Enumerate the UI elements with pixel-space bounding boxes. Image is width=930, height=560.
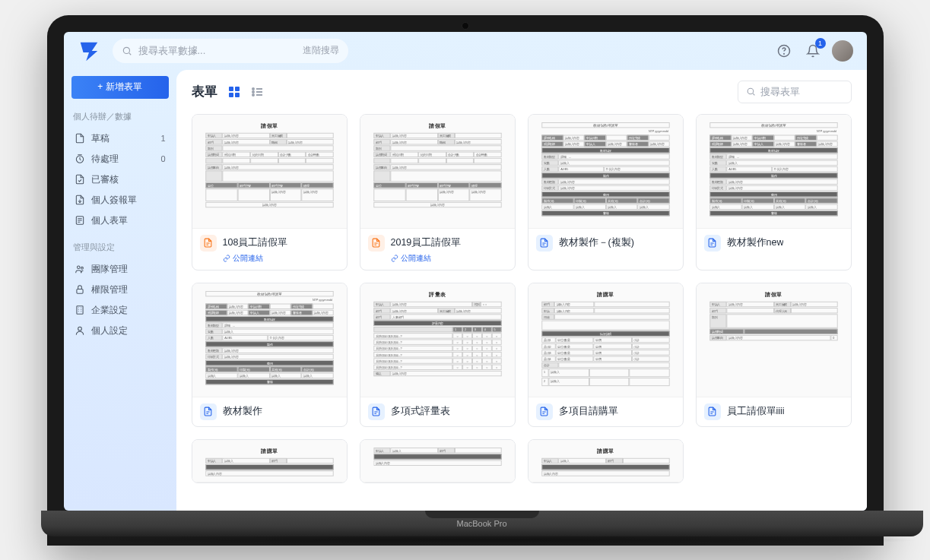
card-footer: 2019員工請假單 公開連結 (360, 229, 515, 270)
card-preview: 請購單部門請輸入內容申請請輸入內容用途情況說明品項1單位/數量單價小計品項2單位… (528, 283, 683, 397)
advanced-search-link[interactable]: 進階搜尋 (303, 44, 339, 57)
sidebar-item-team[interactable]: 團隊管理 (71, 259, 169, 280)
link-icon (223, 255, 230, 262)
logo-icon (78, 40, 100, 62)
list-icon (251, 86, 263, 98)
form-card[interactable]: 教材製作申請單NTP yyyymmdd課程名稱請輸入內容申請日期預定完成開課老師… (696, 114, 852, 271)
form-title: 教材製作－(複製) (559, 236, 634, 249)
svg-rect-22 (235, 93, 240, 97)
search-placeholder: 搜尋表單數據... (138, 44, 206, 58)
sidebar-item-building[interactable]: 企業設定 (71, 300, 169, 321)
svg-rect-10 (76, 289, 82, 293)
card-preview: 評量表申請人請輸入內容性別○ ○部門請輸入內容員工編號請輸入內容部門人事部門評量… (360, 283, 515, 397)
form-title: 教材製作 (223, 405, 262, 418)
card-preview: 教材製作申請單NTP yyyymmdd課程名稱請輸入內容申請日期預定完成開課老師… (528, 115, 683, 229)
card-preview: 請假單申請人請輸入內容員工編號請輸入內容部門代理人員類別請假期間請假事由請輸入內… (697, 283, 851, 397)
sidebar-item-count: 1 (160, 134, 165, 143)
public-link[interactable]: 公開連結 (391, 253, 507, 264)
app-body: + 新增表單 個人待辦／數據 草稿1待處理0已審核個人簽報單個人表單 管理與設定… (64, 70, 867, 511)
device-label: MacBook Pro (456, 519, 506, 528)
sidebar-item-draft[interactable]: 草稿1 (71, 128, 169, 149)
laptop-frame: 搜尋表單數據... 進階搜尋 1 + 新增表單 個人待辦／數據 (47, 15, 884, 546)
page-title: 表單 (192, 83, 217, 100)
svg-point-0 (123, 47, 129, 53)
help-button[interactable] (774, 41, 794, 61)
form-card[interactable]: 教材製作申請單NTP yyyymmdd課程名稱請輸入內容申請日期預定完成開課老師… (192, 283, 348, 427)
new-form-button[interactable]: + 新增表單 (71, 76, 169, 99)
sidebar-item-label: 團隊管理 (91, 263, 128, 276)
list-view-button[interactable] (249, 84, 265, 100)
form-card[interactable]: 請假單申請人請輸入內容員工編號請輸入內容部門代理人員類別請假期間請假事由請輸入內… (696, 283, 852, 427)
card-footer: 多項式評量表 (360, 397, 515, 426)
svg-point-29 (747, 88, 754, 94)
form-card[interactable]: 請購單申請人請輸入部門請輸入內容 (192, 439, 348, 483)
document-icon (371, 238, 381, 248)
form-card[interactable]: 請假單申請人請輸入內容員工編號部門請輸入內容職稱請輸入內容類別請假期間開始日期結… (192, 114, 348, 271)
sidebar-item-label: 個人設定 (91, 324, 128, 337)
form-card[interactable]: 請假單申請人請輸入內容員工編號部門請輸入內容職稱請輸入內容類別請假期間開始日期結… (360, 114, 516, 271)
notifications-button[interactable]: 1 (803, 41, 823, 61)
form-type-icon (704, 235, 721, 252)
form-card[interactable]: 請購單申請人請輸入部門請輸入內容 (528, 439, 684, 483)
card-footer: 多項目請購單 (528, 397, 683, 426)
form-type-icon (536, 235, 553, 252)
document-icon (539, 407, 549, 416)
sidebar-item-label: 個人表單 (91, 214, 128, 227)
form-type-icon (200, 235, 217, 252)
user-avatar[interactable] (832, 40, 853, 62)
card-preview: 教材製作申請單NTP yyyymmdd課程名稱請輸入內容申請日期預定完成開課老師… (697, 115, 851, 229)
sidebar-item-user[interactable]: 個人設定 (71, 321, 169, 341)
team-icon (75, 264, 85, 274)
form-title: 108員工請假單 (223, 236, 288, 249)
link-icon (391, 255, 398, 262)
form-card[interactable]: 評量表申請人請輸入內容性別○ ○部門請輸入內容員工編號請輸入內容部門人事部門評量… (360, 283, 516, 427)
form-card[interactable]: 教材製作申請單NTP yyyymmdd課程名稱請輸入內容申請日期預定完成開課老師… (528, 114, 684, 271)
sidebar-item-label: 已審核 (91, 173, 119, 186)
card-preview: 請購單申請人請輸入部門請輸入內容 (192, 440, 347, 482)
card-preview: 申請人請輸入部門請輸入內容 (360, 440, 515, 482)
form-search-input[interactable]: 搜尋表單 (738, 81, 852, 103)
sidebar-item-file[interactable]: 已審核 (71, 169, 169, 190)
form-type-icon (368, 403, 385, 420)
sidebar-item-label: 企業設定 (91, 304, 128, 317)
card-preview: 請假單申請人請輸入內容員工編號部門請輸入內容職稱請輸入內容類別請假期間開始日期結… (360, 115, 515, 229)
svg-point-9 (81, 267, 83, 269)
topbar: 搜尋表單數據... 進階搜尋 1 (64, 32, 867, 70)
sidebar-item-lock[interactable]: 權限管理 (71, 280, 169, 300)
sidebar-item-label: 待處理 (91, 153, 119, 166)
sidebar-item-label: 草稿 (91, 132, 110, 145)
card-footer: 教材製作new (697, 229, 851, 258)
form-card[interactable]: 申請人請輸入部門請輸入內容 (360, 439, 516, 483)
main-header: 表單 搜尋表單 (176, 70, 867, 111)
building-icon (75, 305, 85, 315)
sidebar-item-form[interactable]: 個人表單 (71, 210, 169, 231)
public-link[interactable]: 公開連結 (223, 253, 339, 264)
lock-icon (75, 284, 85, 295)
svg-rect-19 (229, 87, 233, 91)
form-title: 教材製作new (727, 236, 784, 249)
document-icon (203, 407, 213, 416)
app-logo[interactable] (75, 36, 103, 65)
document-icon (707, 407, 717, 416)
sidebar-item-clock[interactable]: 待處理0 (71, 149, 169, 169)
form-type-icon (200, 403, 217, 420)
form-title: 多項式評量表 (391, 405, 450, 418)
sidebar-item-signed[interactable]: 個人簽報單 (71, 190, 169, 210)
grid-view-button[interactable] (227, 84, 242, 100)
sidebar-item-count: 0 (160, 154, 165, 163)
form-card[interactable]: 請購單部門請輸入內容申請請輸入內容用途情況說明品項1單位/數量單價小計品項2單位… (528, 283, 684, 427)
form-type-icon (536, 403, 553, 420)
app-root: 搜尋表單數據... 進階搜尋 1 + 新增表單 個人待辦／數據 (64, 32, 867, 511)
global-search[interactable]: 搜尋表單數據... 進階搜尋 (113, 39, 348, 63)
svg-point-23 (252, 88, 254, 90)
file-icon (75, 174, 85, 185)
form-icon (75, 215, 85, 226)
card-footer: 員工請假單iiii (697, 397, 851, 426)
card-preview: 請假單申請人請輸入內容員工編號部門請輸入內容職稱請輸入內容類別請假期間開始日期結… (192, 115, 347, 229)
sidebar-section-personal: 個人待辦／數據 (71, 106, 169, 127)
grid-icon (228, 86, 240, 98)
screen: 搜尋表單數據... 進階搜尋 1 + 新增表單 個人待辦／數據 (64, 32, 867, 511)
sidebar-item-label: 個人簽報單 (91, 194, 137, 207)
notification-badge: 1 (815, 38, 826, 49)
svg-rect-11 (76, 306, 82, 315)
